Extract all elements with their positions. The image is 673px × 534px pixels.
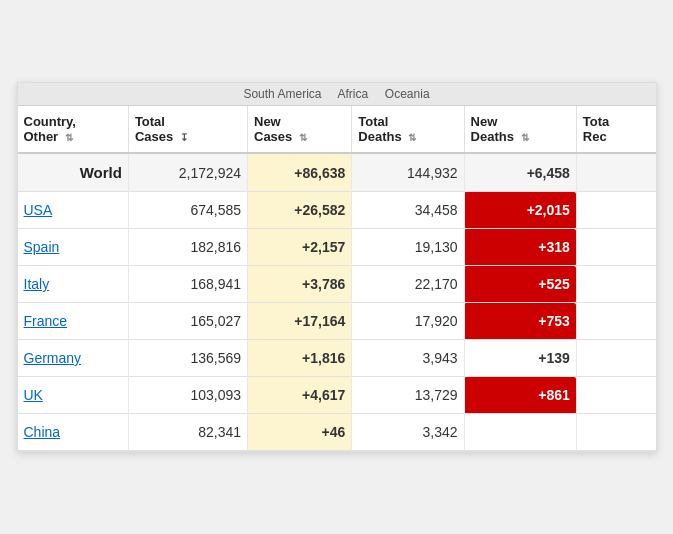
new-deaths-cell: +525 xyxy=(464,266,576,303)
sort-icon-country: ⇅ xyxy=(65,132,73,143)
data-table-wrapper: Country,Other ⇅ TotalCases ↧ NewCases ⇅ … xyxy=(18,106,656,451)
total-cases-cell: 182,816 xyxy=(128,229,247,266)
total-deaths-cell: 22,170 xyxy=(352,266,464,303)
total-cases-cell: 103,093 xyxy=(128,377,247,414)
world-new-deaths: +6,458 xyxy=(464,153,576,192)
country-link-italy[interactable]: Italy xyxy=(24,276,50,292)
nav-south-america[interactable]: South America xyxy=(243,87,321,101)
table-row: UK 103,093 +4,617 13,729 +861 xyxy=(18,377,656,414)
header-total-rec[interactable]: TotaRec xyxy=(576,106,655,153)
world-label: World xyxy=(80,164,122,181)
nav-oceania[interactable]: Oceania xyxy=(385,87,430,101)
total-deaths-cell: 17,920 xyxy=(352,303,464,340)
table-header-row: Country,Other ⇅ TotalCases ↧ NewCases ⇅ … xyxy=(18,106,656,153)
sort-icon-total-cases: ↧ xyxy=(180,132,188,143)
total-rec-cell xyxy=(576,192,655,229)
table-row: Spain 182,816 +2,157 19,130 +318 xyxy=(18,229,656,266)
country-cell[interactable]: Germany xyxy=(18,340,129,377)
top-navigation: South America Africa Oceania xyxy=(18,83,656,106)
total-deaths-cell: 13,729 xyxy=(352,377,464,414)
covid-table: Country,Other ⇅ TotalCases ↧ NewCases ⇅ … xyxy=(18,106,656,451)
world-total-rec xyxy=(576,153,655,192)
country-link-spain[interactable]: Spain xyxy=(24,239,60,255)
total-deaths-cell: 3,943 xyxy=(352,340,464,377)
table-row: Italy 168,941 +3,786 22,170 +525 xyxy=(18,266,656,303)
world-total-deaths: 144,932 xyxy=(352,153,464,192)
total-rec-cell xyxy=(576,340,655,377)
new-deaths-cell xyxy=(464,414,576,451)
world-row: World 2,172,924 +86,638 144,932 +6,458 xyxy=(18,153,656,192)
country-link-china[interactable]: China xyxy=(24,424,61,440)
table-row: USA 674,585 +26,582 34,458 +2,015 xyxy=(18,192,656,229)
country-cell[interactable]: Italy xyxy=(18,266,129,303)
country-cell[interactable]: UK xyxy=(18,377,129,414)
new-cases-cell: +4,617 xyxy=(248,377,352,414)
total-cases-cell: 82,341 xyxy=(128,414,247,451)
total-deaths-cell: 34,458 xyxy=(352,192,464,229)
total-deaths-cell: 19,130 xyxy=(352,229,464,266)
country-cell[interactable]: China xyxy=(18,414,129,451)
country-link-germany[interactable]: Germany xyxy=(24,350,82,366)
total-rec-cell xyxy=(576,303,655,340)
new-cases-cell: +26,582 xyxy=(248,192,352,229)
country-link-usa[interactable]: USA xyxy=(24,202,53,218)
sort-icon-total-deaths: ⇅ xyxy=(408,132,416,143)
world-country: World xyxy=(18,153,129,192)
new-deaths-cell: +139 xyxy=(464,340,576,377)
sort-icon-new-cases: ⇅ xyxy=(299,132,307,143)
total-rec-cell xyxy=(576,266,655,303)
total-rec-cell xyxy=(576,377,655,414)
header-new-cases[interactable]: NewCases ⇅ xyxy=(248,106,352,153)
header-total-cases[interactable]: TotalCases ↧ xyxy=(128,106,247,153)
header-country[interactable]: Country,Other ⇅ xyxy=(18,106,129,153)
country-link-france[interactable]: France xyxy=(24,313,68,329)
new-cases-cell: +2,157 xyxy=(248,229,352,266)
new-deaths-cell: +753 xyxy=(464,303,576,340)
total-cases-cell: 136,569 xyxy=(128,340,247,377)
table-row: Germany 136,569 +1,816 3,943 +139 xyxy=(18,340,656,377)
new-deaths-cell: +318 xyxy=(464,229,576,266)
world-new-cases: +86,638 xyxy=(248,153,352,192)
country-cell[interactable]: USA xyxy=(18,192,129,229)
country-cell[interactable]: France xyxy=(18,303,129,340)
total-cases-cell: 165,027 xyxy=(128,303,247,340)
total-cases-cell: 168,941 xyxy=(128,266,247,303)
total-rec-cell xyxy=(576,229,655,266)
country-link-uk[interactable]: UK xyxy=(24,387,43,403)
total-cases-cell: 674,585 xyxy=(128,192,247,229)
total-rec-cell xyxy=(576,414,655,451)
new-cases-cell: +3,786 xyxy=(248,266,352,303)
table-row: France 165,027 +17,164 17,920 +753 xyxy=(18,303,656,340)
sort-icon-new-deaths: ⇅ xyxy=(521,132,529,143)
new-deaths-cell: +2,015 xyxy=(464,192,576,229)
nav-africa[interactable]: Africa xyxy=(338,87,369,101)
country-cell[interactable]: Spain xyxy=(18,229,129,266)
new-deaths-cell: +861 xyxy=(464,377,576,414)
header-total-deaths[interactable]: TotalDeaths ⇅ xyxy=(352,106,464,153)
header-new-deaths[interactable]: NewDeaths ⇅ xyxy=(464,106,576,153)
new-cases-cell: +17,164 xyxy=(248,303,352,340)
new-cases-cell: +46 xyxy=(248,414,352,451)
table-row: China 82,341 +46 3,342 xyxy=(18,414,656,451)
world-total-cases: 2,172,924 xyxy=(128,153,247,192)
new-cases-cell: +1,816 xyxy=(248,340,352,377)
total-deaths-cell: 3,342 xyxy=(352,414,464,451)
